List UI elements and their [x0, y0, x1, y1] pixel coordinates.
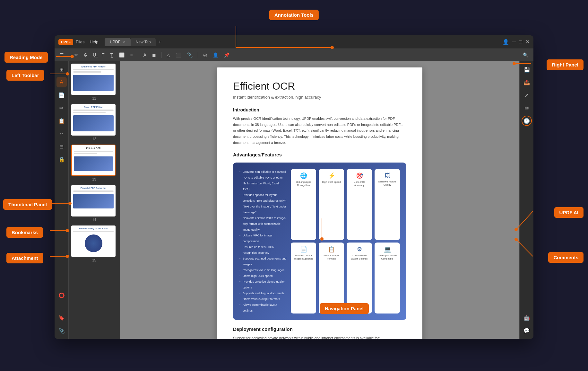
feature-item-1: Provides options for layout selection: "… [239, 192, 287, 215]
toolbar-sign-icon[interactable]: 👤 [211, 51, 220, 59]
left-toolbar-label: Left Toolbar [6, 70, 44, 81]
toolbar-divider-1 [69, 52, 69, 58]
feature-box: Converts non-editable or scanned PDFs to… [233, 163, 406, 320]
thumb-img-14: Powerful PDF Converter [71, 185, 116, 216]
right-mail-icon[interactable]: ✉ [522, 103, 532, 113]
left-sidebar: ⊞ A 📄 ✏ 📋 ↔ ⊟ 🔒 ⭕ 🔖 📎 [55, 61, 69, 339]
annotation-tools-label: Annotation Tools [269, 10, 319, 20]
sidebar-bookmarks[interactable]: 🔖 [56, 313, 67, 323]
feature-card-7-label: Desktop & Mobile Compatible [376, 254, 398, 261]
feature-card-2: 🎯 Up to 99% Accuracy [347, 169, 372, 240]
feature-card-6-icon: ⚙ [349, 246, 370, 253]
sidebar-reading-mode[interactable]: ⊞ [56, 64, 67, 75]
minimize-button[interactable]: ─ [512, 39, 516, 45]
tab-new-label: New Tab [136, 40, 151, 44]
toolbar-underline-icon[interactable]: U͟ [91, 51, 98, 59]
feature-card-2-icon: 🎯 [349, 172, 370, 179]
thumbnail-12[interactable]: Smart PDF Editor 12 [71, 104, 117, 141]
feature-item-3: Utilizes MRC for image compression [239, 233, 287, 244]
feature-card-4: 📄 Scanned Docs & Images Supported [291, 243, 316, 314]
toolbar-eraser-icon[interactable]: ◼ [150, 51, 158, 59]
tab-updf[interactable]: UPDF ✕ [105, 38, 131, 46]
right-save-icon[interactable]: 💾 [522, 64, 532, 75]
sidebar-convert[interactable]: ↔ [56, 128, 67, 139]
toolbar-pencil-icon[interactable]: A [142, 51, 148, 59]
sidebar-edit[interactable]: ✏ [56, 103, 67, 113]
feature-card-0: 🌐 38-Languages Recognition [291, 169, 316, 240]
close-button[interactable]: ✕ [525, 39, 530, 45]
attachment-label: Attachment [6, 253, 43, 263]
toolbar-attach-icon[interactable]: 📎 [185, 51, 195, 59]
feature-card-1-icon: ⚡ [321, 172, 342, 179]
feature-card-3-label: Selective Picture Quality [376, 180, 398, 187]
feature-item-6: Recognizes text in 38 languages [239, 267, 287, 273]
toolbar-note-icon[interactable]: ≡ [128, 51, 135, 59]
tab-close-icon[interactable]: ✕ [123, 40, 125, 44]
thumb-img-12: Smart PDF Editor [71, 104, 116, 136]
feature-item-11: Allows customizable layout settings [239, 302, 287, 314]
feature-card-5-icon: 📋 [321, 246, 342, 253]
feature-item-5: Supports scanned documents and images [239, 256, 287, 267]
menu-help[interactable]: Help [90, 40, 98, 44]
thumb-img-15: Revolutionary AI Assistant [71, 225, 116, 257]
feature-card-0-label: 38-Languages Recognition [293, 181, 314, 187]
user-icon: 👤 [503, 39, 509, 45]
thumbnail-14[interactable]: Powerful PDF Converter 14 [71, 185, 117, 222]
feature-item-2: Converts editable PDFs to image-only for… [239, 215, 287, 233]
updf-ai-label: UPDF AI [554, 207, 584, 218]
app-logo: UPDF [58, 39, 73, 45]
sidebar-ocr[interactable]: 📋 [56, 116, 67, 126]
toolbar-strikethrough-icon[interactable]: S̶ [82, 51, 89, 59]
toolbar-stamp-icon[interactable]: ◎ [201, 51, 209, 59]
window-controls: 👤 ─ □ ✕ [503, 39, 530, 45]
tab-bar: UPDF ✕ New Tab + [105, 38, 503, 46]
feature-card-6-label: Customizable Layout Settings [349, 254, 370, 261]
sidebar-ai[interactable]: ⭕ [56, 290, 67, 300]
right-export-icon[interactable]: 📤 [522, 77, 532, 87]
sidebar-attachment[interactable]: 📎 [56, 325, 67, 336]
feature-card-4-icon: 📄 [293, 246, 314, 253]
thumb-img-13: Efficient OCR [71, 145, 116, 176]
maximize-button[interactable]: □ [519, 39, 522, 45]
menu-files[interactable]: Files [76, 40, 84, 44]
doc-page: Efficient OCR Instant identification & e… [217, 67, 422, 339]
thumb-num-15: 15 [71, 258, 117, 262]
sidebar-organize[interactable]: ⊟ [56, 141, 67, 152]
app-window: UPDF Files Help UPDF ✕ New Tab + 👤 ─ □ ✕… [55, 35, 533, 339]
toolbar-highlight-icon[interactable]: ✏ [73, 51, 80, 59]
toolbar-measure-icon[interactable]: 📌 [222, 51, 231, 59]
bookmarks-label: Bookmarks [6, 227, 43, 238]
toolbar-search-icon[interactable]: 🔍 [521, 51, 530, 59]
tab-new[interactable]: New Tab [131, 38, 156, 46]
feature-card-3: 🖼 Selective Picture Quality [375, 169, 400, 240]
main-content: ⊞ A 📄 ✏ 📋 ↔ ⊟ 🔒 ⭕ 🔖 📎 Enhanced PDF Reade… [55, 61, 533, 339]
right-share-icon[interactable]: ↗ [522, 90, 532, 100]
sidebar-highlight[interactable]: A [56, 77, 67, 87]
toolbar-shape-icon[interactable]: △ [165, 51, 172, 59]
feature-card-1: ⚡ High OCR Speed [319, 169, 344, 240]
thumbnail-11[interactable]: Enhanced PDF Reader 11 [71, 64, 117, 100]
toolbar-divider-3 [161, 52, 161, 58]
toolbar-textbox-icon[interactable]: T̲ [108, 51, 115, 59]
right-ai-icon[interactable]: 🤖 [522, 313, 532, 323]
thumbnail-15[interactable]: Revolutionary AI Assistant 15 [71, 225, 117, 262]
sidebar-protect[interactable]: 🔒 [56, 154, 67, 164]
sidebar-pages[interactable]: 📄 [56, 90, 67, 100]
feature-card-5-label: Various Output Formats [321, 254, 342, 261]
toolbar-text-icon[interactable]: T [100, 51, 107, 59]
right-history-icon[interactable]: 🕐 [522, 116, 532, 126]
toolbar-divider-2 [138, 52, 138, 58]
new-tab-button[interactable]: + [158, 39, 161, 45]
intro-body: With precise OCR identification technolo… [233, 116, 406, 146]
feature-card-0-icon: 🌐 [293, 172, 314, 179]
feature-item-9: Supports multilingual documents [239, 290, 287, 296]
toolbar-callout-icon[interactable]: ⬜ [117, 51, 126, 59]
toolbar-select-icon[interactable]: ☰ [58, 51, 66, 59]
feature-item-8: Provides selective picture quality optio… [239, 279, 287, 290]
thumb-num-12: 12 [71, 137, 117, 141]
toolbar-divider-4 [198, 52, 198, 58]
feature-card-7-icon: 💻 [376, 246, 398, 253]
right-comment-icon[interactable]: 💬 [522, 325, 532, 336]
thumbnail-13[interactable]: Efficient OCR 13 [71, 145, 117, 181]
toolbar-line-icon[interactable]: ⬛ [174, 51, 183, 59]
